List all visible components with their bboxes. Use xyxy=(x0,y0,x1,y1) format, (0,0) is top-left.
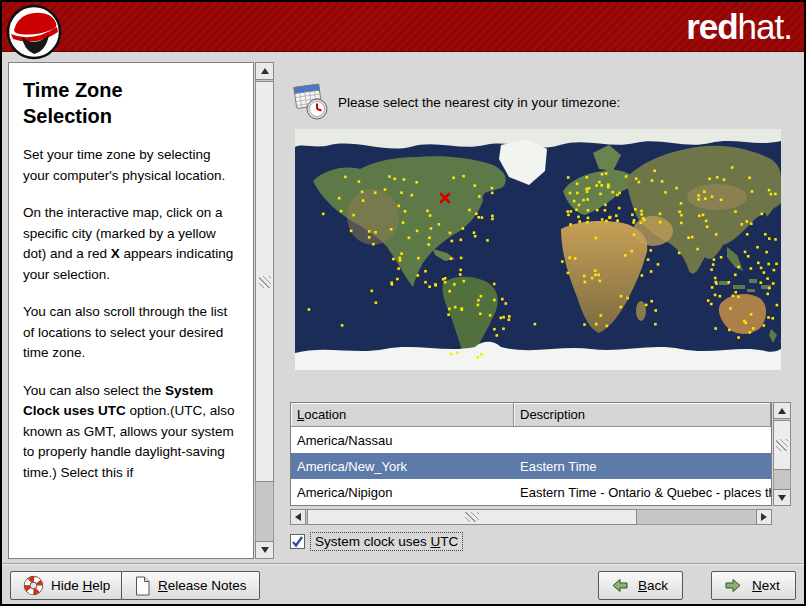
city-dot[interactable] xyxy=(399,257,402,260)
city-dot[interactable] xyxy=(453,283,456,286)
city-dot[interactable] xyxy=(710,268,713,271)
city-dot[interactable] xyxy=(489,314,492,317)
city-dot[interactable] xyxy=(456,352,459,355)
city-dot[interactable] xyxy=(710,303,713,306)
city-dot[interactable] xyxy=(573,200,576,203)
city-dot[interactable] xyxy=(586,190,589,193)
city-dot[interactable] xyxy=(578,220,581,223)
city-dot[interactable] xyxy=(583,275,586,278)
city-dot[interactable] xyxy=(607,184,610,187)
city-dot[interactable] xyxy=(605,172,608,175)
city-dot[interactable] xyxy=(604,209,607,212)
city-dot[interactable] xyxy=(633,233,636,236)
city-dot[interactable] xyxy=(680,222,683,225)
city-dot[interactable] xyxy=(594,274,597,277)
city-dot[interactable] xyxy=(737,296,740,299)
table-hscrollbar-thumb[interactable] xyxy=(307,509,637,525)
city-dot[interactable] xyxy=(697,194,700,197)
city-dot[interactable] xyxy=(493,299,496,302)
city-dot[interactable] xyxy=(474,235,477,238)
city-dot[interactable] xyxy=(600,184,603,187)
city-dot[interactable] xyxy=(429,214,432,217)
city-dot[interactable] xyxy=(502,328,505,331)
city-dot[interactable] xyxy=(402,221,405,224)
city-dot[interactable] xyxy=(638,181,641,184)
city-dot[interactable] xyxy=(427,243,430,246)
city-dot[interactable] xyxy=(341,324,344,327)
city-dot[interactable] xyxy=(576,183,579,186)
city-dot[interactable] xyxy=(746,220,749,223)
city-dot[interactable] xyxy=(732,295,735,298)
city-dot[interactable] xyxy=(616,194,619,197)
city-dot[interactable] xyxy=(698,215,701,218)
city-dot[interactable] xyxy=(475,213,478,216)
city-dot[interactable] xyxy=(750,267,753,270)
city-dot[interactable] xyxy=(451,240,454,243)
city-dot[interactable] xyxy=(350,230,353,233)
city-dot[interactable] xyxy=(501,298,504,301)
city-dot[interactable] xyxy=(650,300,653,303)
next-button[interactable]: Next xyxy=(711,571,796,600)
column-header-location[interactable]: Location xyxy=(291,403,514,427)
city-dot[interactable] xyxy=(597,274,600,277)
city-dot[interactable] xyxy=(659,213,662,216)
city-dot[interactable] xyxy=(491,192,494,195)
city-dot[interactable] xyxy=(372,243,375,246)
help-scrollbar-thumb[interactable] xyxy=(255,81,274,482)
city-dot[interactable] xyxy=(763,324,766,327)
city-dot[interactable] xyxy=(723,178,726,181)
city-dot[interactable] xyxy=(586,221,589,224)
city-dot[interactable] xyxy=(696,248,699,251)
city-dot[interactable] xyxy=(763,271,766,274)
city-dot[interactable] xyxy=(757,262,760,265)
city-dot[interactable] xyxy=(566,210,569,213)
city-dot[interactable] xyxy=(705,220,708,223)
city-dot[interactable] xyxy=(428,285,431,288)
city-dot[interactable] xyxy=(477,356,480,359)
city-dot[interactable] xyxy=(728,329,731,332)
city-dot[interactable] xyxy=(583,323,586,326)
city-dot[interactable] xyxy=(452,177,455,180)
city-dot[interactable] xyxy=(584,281,587,284)
city-dot[interactable] xyxy=(459,273,462,276)
city-dot[interactable] xyxy=(728,281,731,284)
city-dot[interactable] xyxy=(616,219,619,222)
column-header-description[interactable]: Description xyxy=(514,403,771,427)
city-dot[interactable] xyxy=(768,237,771,240)
city-dot[interactable] xyxy=(772,317,775,320)
city-dot[interactable] xyxy=(415,181,418,184)
city-dot[interactable] xyxy=(450,257,453,260)
city-dot[interactable] xyxy=(390,228,393,231)
city-dot[interactable] xyxy=(391,283,394,286)
city-dot[interactable] xyxy=(647,258,650,261)
city-dot[interactable] xyxy=(416,230,419,233)
city-dot[interactable] xyxy=(746,233,749,236)
table-scroll-right-button[interactable] xyxy=(756,509,772,525)
city-dot[interactable] xyxy=(397,267,400,270)
city-dot[interactable] xyxy=(704,197,707,200)
city-dot[interactable] xyxy=(477,216,480,219)
city-dot[interactable] xyxy=(680,214,683,217)
city-dot[interactable] xyxy=(569,192,572,195)
city-dot[interactable] xyxy=(568,256,571,259)
table-scroll-left-button[interactable] xyxy=(290,509,306,525)
city-dot[interactable] xyxy=(505,302,508,305)
city-dot[interactable] xyxy=(591,277,594,280)
city-dot[interactable] xyxy=(750,222,753,225)
city-dot[interactable] xyxy=(448,290,451,293)
city-dot[interactable] xyxy=(582,199,585,202)
city-dot[interactable] xyxy=(460,257,463,260)
city-dot[interactable] xyxy=(508,318,511,321)
city-dot[interactable] xyxy=(480,353,483,356)
utc-checkbox[interactable] xyxy=(290,534,305,549)
city-dot[interactable] xyxy=(398,205,401,208)
city-dot[interactable] xyxy=(486,239,489,242)
city-dot[interactable] xyxy=(600,314,603,317)
city-dot[interactable] xyxy=(640,210,643,213)
city-dot[interactable] xyxy=(774,193,777,196)
city-dot[interactable] xyxy=(750,313,753,316)
city-dot[interactable] xyxy=(654,309,657,312)
city-dot[interactable] xyxy=(338,197,341,200)
city-dot[interactable] xyxy=(491,215,494,218)
city-dot[interactable] xyxy=(747,255,750,258)
